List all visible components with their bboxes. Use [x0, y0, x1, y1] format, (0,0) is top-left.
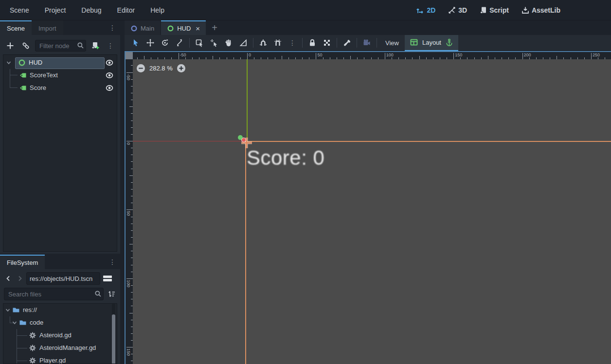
- tab-import[interactable]: Import: [32, 20, 63, 35]
- ruler-tick: [330, 57, 330, 59]
- ruler-tick: [323, 57, 323, 59]
- ruler-tick: [131, 148, 133, 148]
- horizontal-ruler[interactable]: -50050100150200250: [133, 52, 611, 59]
- preview-camera-button[interactable]: [359, 36, 374, 49]
- view-menu-button[interactable]: View: [379, 36, 405, 49]
- filesystem-scrollbar[interactable]: [112, 304, 115, 364]
- toggle-split-mode-button[interactable]: [101, 272, 114, 285]
- ruler-tick: [591, 53, 592, 59]
- chevron-down-icon[interactable]: [4, 307, 11, 313]
- ruler-tick: [522, 53, 523, 59]
- group-selected-button[interactable]: [320, 36, 334, 49]
- select-tool-button[interactable]: [128, 36, 143, 49]
- rotate-tool-button[interactable]: [158, 36, 172, 49]
- fs-row-asteroid-gd[interactable]: Asteroid.gd: [3, 329, 117, 342]
- file-sort-button[interactable]: [107, 288, 116, 300]
- zoom-controls: 282.8 %: [136, 64, 186, 73]
- menu-editor[interactable]: Editor: [111, 4, 141, 17]
- search-files-input[interactable]: [4, 288, 104, 300]
- fs-row-player-gd[interactable]: Player.gd: [3, 354, 117, 364]
- pivot-point-handle[interactable]: [241, 138, 246, 142]
- menu-scene[interactable]: Scene: [4, 4, 35, 17]
- close-tab-icon[interactable]: ×: [196, 24, 200, 33]
- zoom-percentage[interactable]: 282.8 %: [149, 65, 173, 72]
- attach-script-button[interactable]: [89, 39, 102, 52]
- ruler-tick: [131, 272, 133, 272]
- 2d-viewport[interactable]: -50050100150200250 -50050100150 282.8 % …: [125, 51, 611, 364]
- pivot-tool-button[interactable]: [207, 36, 221, 49]
- menu-help[interactable]: Help: [144, 4, 170, 17]
- scrollbar-thumb[interactable]: [112, 314, 115, 364]
- filesystem-search-bar: [0, 287, 120, 301]
- ruler-tick: [131, 134, 133, 135]
- filesystem-dock-menu-icon[interactable]: ⋮: [107, 255, 118, 269]
- zoom-out-button[interactable]: [136, 64, 145, 73]
- tab-filesystem[interactable]: FileSystem: [0, 255, 45, 269]
- tree-row-hud[interactable]: HUD: [3, 56, 117, 69]
- current-path-input[interactable]: [26, 272, 100, 285]
- pan-tool-button[interactable]: [221, 36, 236, 49]
- fs-row-asteroidmanager-gd[interactable]: AsteroidManager.gd: [3, 342, 117, 354]
- scene-tab-main[interactable]: Main: [125, 20, 160, 35]
- history-forward-button[interactable]: [15, 273, 25, 284]
- list-select-tool-button[interactable]: [192, 36, 207, 49]
- scene-tree[interactable]: HUD ScoreText Score: [3, 54, 117, 252]
- ruler-tick: [488, 56, 488, 59]
- ruler-tick: [126, 209, 133, 210]
- instance-scene-button[interactable]: [19, 39, 32, 52]
- menu-project[interactable]: Project: [39, 4, 72, 17]
- tab-scene[interactable]: Scene: [0, 20, 32, 35]
- smart-snap-button[interactable]: [256, 36, 270, 49]
- ruler-tick: [131, 306, 133, 306]
- workspace-3d-button[interactable]: 3D: [448, 6, 467, 14]
- ruler-tick: [129, 106, 133, 107]
- scale-tool-button[interactable]: [172, 36, 187, 49]
- ruler-tick: [550, 57, 550, 59]
- workspace-script-button[interactable]: Script: [480, 6, 509, 14]
- visibility-eye-icon[interactable]: [105, 58, 114, 67]
- scene-tree-menu-icon[interactable]: ⋮: [105, 39, 116, 52]
- filesystem-tree[interactable]: res:// code Asteroid.gd AsteroidManager.…: [3, 303, 117, 364]
- new-scene-tab-button[interactable]: +: [207, 20, 222, 35]
- chevron-down-icon[interactable]: [11, 319, 18, 326]
- ruler-tick: [419, 56, 420, 59]
- anchor-preset-icon[interactable]: [445, 38, 453, 47]
- ruler-tick: [412, 57, 413, 59]
- ruler-tick: [199, 57, 199, 59]
- workspace-2d-button[interactable]: 2D: [416, 6, 435, 14]
- toolbar-separator: [377, 38, 377, 48]
- grid-snap-button[interactable]: [270, 36, 285, 49]
- skeleton-bone-button[interactable]: [340, 36, 354, 49]
- ruler-tick: [350, 56, 351, 59]
- ruler-tick: [131, 93, 133, 93]
- tree-row-scoretext[interactable]: ScoreText: [3, 69, 117, 82]
- tree-row-score[interactable]: Score: [3, 82, 117, 94]
- menu-debug[interactable]: Debug: [75, 4, 107, 17]
- menu-items: Scene Project Debug Editor Help: [0, 4, 170, 17]
- add-node-button[interactable]: [4, 39, 17, 52]
- scene-dock-menu-icon[interactable]: ⋮: [107, 20, 118, 35]
- ruler-tick: [131, 79, 133, 80]
- visibility-eye-icon[interactable]: [105, 84, 114, 92]
- lock-selected-button[interactable]: [305, 36, 320, 49]
- fs-row-code[interactable]: code: [3, 316, 117, 329]
- ruler-corner: [126, 52, 133, 59]
- visibility-eye-icon[interactable]: [105, 71, 114, 80]
- history-back-button[interactable]: [3, 273, 14, 284]
- chevron-down-icon[interactable]: [5, 59, 12, 66]
- ruler-tick: [131, 237, 133, 238]
- snap-options-menu-icon[interactable]: ⋮: [285, 36, 300, 49]
- 3d-icon: [448, 6, 456, 14]
- fs-row-res-root[interactable]: res://: [3, 304, 117, 316]
- zoom-in-button[interactable]: [177, 64, 186, 73]
- ruler-tick: [577, 57, 578, 59]
- workspace-assetlib-button[interactable]: AssetLib: [521, 6, 560, 14]
- layout-menu-button[interactable]: Layout: [422, 39, 441, 46]
- ruler-tool-button[interactable]: [236, 36, 251, 49]
- scene-tab-hud[interactable]: HUD ×: [161, 20, 206, 35]
- search-icon: [94, 290, 102, 297]
- vertical-ruler[interactable]: -50050100150: [126, 59, 133, 364]
- ruler-tick: [131, 169, 133, 169]
- label-node-icon: [19, 84, 27, 92]
- move-tool-button[interactable]: [143, 36, 158, 49]
